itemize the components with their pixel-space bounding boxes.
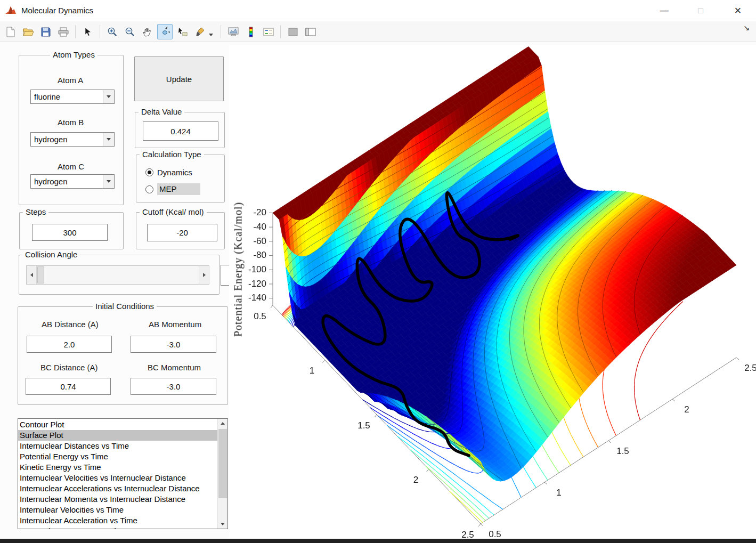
plot-type-listbox[interactable]: Contour PlotSurface PlotInternuclear Dis… [18, 418, 228, 529]
atom-a-label: Atom A [58, 76, 83, 85]
atom-b-label: Atom B [58, 118, 84, 127]
open-file-icon[interactable] [20, 24, 36, 39]
update-button[interactable]: Update [134, 56, 224, 101]
panel-title: Steps [23, 207, 48, 216]
radio-label: Dynamics [157, 168, 192, 177]
brush-icon[interactable] [192, 24, 208, 39]
hide-plot-tools-icon[interactable] [285, 24, 300, 39]
chevron-down-icon[interactable] [103, 133, 114, 146]
scroll-down-icon[interactable] [218, 520, 227, 529]
bc-momentum-label: BC Momentum [148, 363, 201, 372]
ab-momentum-label: AB Momentum [149, 320, 201, 329]
brush-dropdown-caret-icon[interactable] [209, 34, 213, 36]
pan-hand-icon[interactable] [140, 24, 155, 39]
delta-value-field[interactable] [143, 121, 218, 141]
plot-type-list: Contour PlotSurface PlotInternuclear Dis… [18, 419, 217, 529]
data-cursor-icon[interactable] [175, 24, 190, 39]
plot-type-list-item[interactable]: Internuclear Momenta vs Internuclear Dis… [18, 494, 217, 505]
rotate-3d-icon[interactable] [157, 24, 173, 39]
bc-distance-label: BC Distance (A) [40, 363, 98, 372]
plot-type-list-item[interactable]: Internuclear Distances vs Time [18, 441, 217, 451]
toolbar-separator [280, 25, 281, 38]
atom-c-value: hydrogen [31, 175, 103, 188]
ab-distance-label: AB Distance (A) [42, 320, 99, 329]
plot-type-list-item[interactable]: Internuclear Accelerations vs Internucle… [18, 483, 217, 494]
scroll-up-icon[interactable] [218, 419, 227, 428]
maximize-button[interactable]: □ [688, 0, 713, 21]
panel-title: Delta Value [139, 107, 184, 116]
plot-type-list-item[interactable]: Potential Energy vs Time [18, 451, 217, 462]
collision-angle-slider[interactable] [26, 265, 209, 285]
plot-type-list-item[interactable]: Internuclear Acceleration vs Time [18, 515, 217, 526]
chevron-down-icon[interactable] [103, 175, 114, 188]
slider-thumb[interactable] [37, 266, 44, 283]
atom-c-label: Atom C [58, 162, 84, 171]
z-axis-label: Potential Energy (Kcal/mol) [232, 190, 245, 350]
plot-type-list-item[interactable]: Internulear Velocities vs Time [18, 505, 217, 515]
bc-distance-field[interactable] [26, 378, 111, 395]
panel-title: Cutoff (Kcal/ mol) [140, 207, 207, 216]
mep-radio[interactable]: MEP [145, 183, 200, 195]
plot-area [229, 45, 756, 538]
toolbar-separator [75, 25, 76, 38]
plot-type-list-item[interactable]: Surface Plot [18, 430, 217, 441]
insert-legend-icon[interactable] [261, 24, 276, 39]
ab-distance-field[interactable] [27, 336, 112, 353]
toolbar-separator [221, 25, 221, 38]
link-plot-icon[interactable] [225, 24, 241, 39]
calculation-type-panel: Calculation Type [136, 155, 225, 202]
close-button[interactable]: × [726, 0, 750, 21]
insert-colorbar-icon[interactable] [243, 24, 258, 39]
figure-toolbar: ↘ [0, 22, 756, 42]
slider-track[interactable] [37, 266, 199, 284]
plot-type-list-item[interactable]: Contour Plot [18, 419, 217, 430]
zoom-out-icon[interactable] [122, 24, 137, 39]
panel-title: Collision Angle [22, 250, 80, 259]
bottom-strip [0, 539, 756, 543]
plot-type-list-item[interactable]: Kinetic Energy vs Time [18, 462, 217, 473]
panel-title: Initial Conditions [93, 302, 157, 311]
save-icon[interactable] [38, 24, 53, 39]
chevron-down-icon[interactable] [103, 90, 114, 103]
plot-type-list-item[interactable]: Internuclear Momenta vs Time [18, 526, 217, 529]
3d-surface-plot[interactable] [229, 45, 756, 538]
atom-b-value: hydrogen [31, 133, 103, 146]
atom-a-value: fluorine [31, 90, 103, 103]
window-title: Molecular Dynamics [21, 6, 93, 15]
radio-icon[interactable] [145, 168, 153, 176]
radio-icon[interactable] [145, 185, 153, 193]
slider-right-arrow-icon[interactable] [199, 266, 209, 284]
print-icon[interactable] [55, 24, 71, 39]
zoom-in-icon[interactable] [104, 24, 120, 39]
title-bar: Molecular Dynamics — □ × [0, 0, 756, 21]
new-document-icon[interactable] [3, 24, 18, 39]
edit-cursor-icon[interactable] [80, 24, 95, 39]
plot-type-list-item[interactable]: Internuclear Velocities vs Internuclear … [18, 473, 217, 483]
dock-figure-icon[interactable]: ↘ [743, 23, 750, 32]
panel-title: Calculation Type [140, 150, 204, 159]
slider-left-arrow-icon[interactable] [27, 266, 37, 284]
application-window: Molecular Dynamics — □ × ↘ Atom Types At… [0, 0, 756, 543]
scrollbar-thumb[interactable] [218, 429, 227, 498]
matlab-app-icon [5, 5, 17, 16]
minimize-button[interactable]: — [652, 0, 677, 21]
panel-title: Atom Types [50, 50, 97, 59]
steps-field[interactable] [32, 224, 108, 241]
atom-a-dropdown[interactable]: fluorine [30, 90, 115, 104]
listbox-scrollbar[interactable] [217, 419, 227, 529]
toolbar-separator [100, 25, 100, 38]
show-plot-tools-icon[interactable] [303, 24, 318, 39]
bc-momentum-field[interactable] [131, 378, 216, 395]
cutoff-field[interactable] [147, 224, 217, 241]
dynamics-radio[interactable]: Dynamics [145, 168, 192, 177]
ab-momentum-field[interactable] [131, 336, 216, 353]
radio-label: MEP [157, 183, 200, 195]
atom-c-dropdown[interactable]: hydrogen [30, 174, 115, 189]
atom-b-dropdown[interactable]: hydrogen [30, 132, 115, 147]
